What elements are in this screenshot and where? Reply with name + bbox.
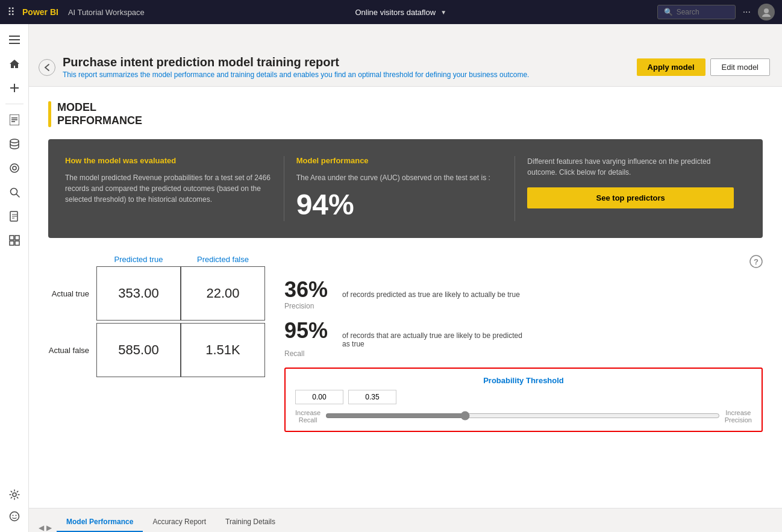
chevron-down-icon: ▼ <box>440 9 446 16</box>
brand-name: Power BI <box>22 7 58 17</box>
header-bar: Purchase intent prediction model trainin… <box>29 48 782 87</box>
svg-point-13 <box>13 166 16 170</box>
svg-point-24 <box>10 512 19 521</box>
svg-point-26 <box>15 515 16 516</box>
sidebar-explore-icon[interactable] <box>4 181 25 203</box>
cell-tn: 1.51K <box>181 323 265 377</box>
sidebar-settings-icon[interactable] <box>4 484 25 505</box>
threshold-inputs <box>295 390 752 404</box>
svg-rect-21 <box>10 241 14 245</box>
page-title: Purchase intent prediction model trainin… <box>63 55 630 69</box>
matrix-row-1: Actual false 585.00 1.51K <box>48 323 265 377</box>
row-label-true: Actual true <box>48 290 96 298</box>
sidebar-bottom-section <box>4 484 25 527</box>
tab-next-arrow[interactable]: ▶ <box>46 524 52 532</box>
info-col-evaluation: How the model was evaluated The model pr… <box>65 156 284 221</box>
more-options-icon[interactable]: ··· <box>743 7 751 17</box>
threshold-slider[interactable] <box>325 411 720 421</box>
col-label-true: Predicted true <box>96 255 181 264</box>
evaluation-text: The model predicted Revenue probabilitie… <box>65 172 272 205</box>
matrix-section: ? Predicted true Predicted false Actual … <box>48 255 763 432</box>
svg-rect-4 <box>9 43 20 44</box>
confusion-matrix: Predicted true Predicted false Actual tr… <box>48 255 265 377</box>
predictors-text: Different features have varying influenc… <box>527 156 734 178</box>
precision-label: Precision <box>284 302 763 310</box>
dataflow-label[interactable]: Online visitors dataflow <box>355 8 436 17</box>
svg-rect-2 <box>9 36 20 37</box>
sidebar-menu-icon[interactable] <box>4 29 25 51</box>
svg-text:?: ? <box>754 257 759 266</box>
svg-point-25 <box>12 515 13 516</box>
tab-model-performance[interactable]: Model Performance <box>57 513 143 532</box>
info-col-predictors: Different features have varying influenc… <box>515 156 746 221</box>
sidebar <box>0 24 29 532</box>
tab-nav-arrows: ◀ ▶ <box>39 524 52 532</box>
tab-prev-arrow[interactable]: ◀ <box>39 524 44 532</box>
svg-point-23 <box>13 493 16 496</box>
recall-block: 95% of records that are actually true ar… <box>284 320 763 358</box>
svg-line-15 <box>16 195 19 198</box>
svg-rect-19 <box>10 236 14 240</box>
svg-rect-20 <box>15 236 19 240</box>
recall-desc: of records that are actually true are li… <box>342 331 523 348</box>
svg-point-0 <box>764 8 769 13</box>
sidebar-data-icon[interactable] <box>4 133 25 155</box>
recall-label: Recall <box>284 349 763 358</box>
slider-container[interactable] <box>321 411 725 422</box>
tab-accuracy-report[interactable]: Accuracy Report <box>143 513 216 532</box>
row-label-false: Actual false <box>48 346 96 354</box>
search-icon: 🔍 <box>664 8 673 16</box>
precision-desc: of records predicted as true are likely … <box>342 290 520 299</box>
cell-tp: 353.00 <box>96 266 181 321</box>
avatar[interactable] <box>758 4 775 20</box>
edit-model-button[interactable]: Edit model <box>710 58 770 76</box>
sidebar-add-icon[interactable] <box>4 77 25 99</box>
svg-rect-10 <box>11 121 15 122</box>
svg-point-11 <box>10 139 19 143</box>
threshold-box: Probability Threshold Increase Recall In… <box>284 368 763 432</box>
apps-icon[interactable]: ⠿ <box>7 5 15 19</box>
apply-model-button[interactable]: Apply model <box>637 58 705 76</box>
sidebar-home-icon[interactable] <box>4 53 25 75</box>
sidebar-model-icon[interactable] <box>4 157 25 179</box>
svg-rect-9 <box>11 119 17 120</box>
sidebar-book-icon[interactable] <box>4 205 25 227</box>
svg-point-1 <box>762 14 771 17</box>
help-icon[interactable]: ? <box>749 255 763 271</box>
threshold-input-min[interactable] <box>295 390 343 404</box>
navbar: ⠿ Power BI AI Tutorial Workspace Online … <box>0 0 782 24</box>
auc-value: 94% <box>296 188 503 221</box>
workspace-name: AI Tutorial Workspace <box>68 8 145 17</box>
recall-row: 95% of records that are actually true ar… <box>284 320 763 348</box>
svg-rect-3 <box>9 39 20 40</box>
precision-block: 36% of records predicted as true are lik… <box>284 279 763 310</box>
section-title: MODEL PERFORMANCE <box>57 101 142 127</box>
see-top-predictors-button[interactable]: See top predictors <box>527 187 734 208</box>
sidebar-divider-1 <box>5 104 23 104</box>
cell-fn: 22.00 <box>181 266 265 321</box>
svg-rect-6 <box>10 87 19 89</box>
search-input[interactable] <box>677 8 731 16</box>
content-area: MODEL PERFORMANCE How the model was eval… <box>29 87 782 508</box>
matrix-area: Predicted true Predicted false Actual tr… <box>48 255 763 432</box>
bottom-tabs: ◀ ▶ Model Performance Accuracy Report Tr… <box>29 508 782 532</box>
sidebar-report-icon[interactable] <box>4 109 25 131</box>
precision-row: 36% of records predicted as true are lik… <box>284 279 763 301</box>
navbar-right: 🔍 ··· <box>657 4 775 20</box>
search-box[interactable]: 🔍 <box>657 5 736 19</box>
main-content: Purchase intent prediction model trainin… <box>29 48 782 532</box>
recall-value: 95% <box>284 320 328 342</box>
back-button[interactable] <box>39 59 55 76</box>
header-buttons: Apply model Edit model <box>637 58 770 76</box>
section-bar-accent <box>48 101 51 127</box>
threshold-input-value[interactable] <box>348 390 396 404</box>
evaluation-title: How the model was evaluated <box>65 156 272 165</box>
sidebar-face-icon[interactable] <box>4 505 25 527</box>
tab-training-details[interactable]: Training Details <box>216 513 285 532</box>
svg-rect-8 <box>11 117 17 119</box>
info-panel: How the model was evaluated The model pr… <box>48 139 763 238</box>
section-header: MODEL PERFORMANCE <box>48 101 763 127</box>
svg-point-14 <box>10 189 17 195</box>
performance-text: The Area under the curve (AUC) observed … <box>296 172 503 183</box>
sidebar-layers-icon[interactable] <box>4 230 25 251</box>
